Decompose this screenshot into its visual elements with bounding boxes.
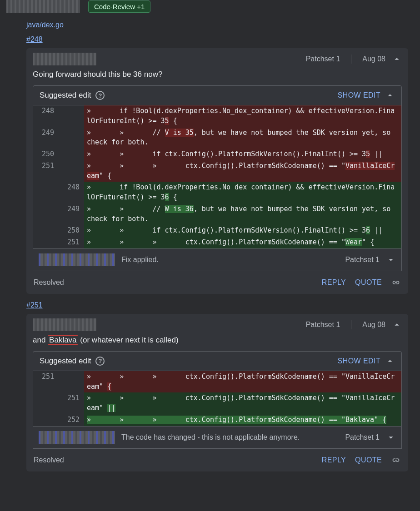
reply-button[interactable]: REPLY <box>322 278 346 287</box>
comment-thread: Patchset 1 Aug 08 and Baklava (or whatev… <box>26 314 408 471</box>
diff-view: 251» » » ctx.Config().PlatformSdkCodenam… <box>33 371 401 426</box>
diff-line-added: 251» » » ctx.Config().PlatformSdkCodenam… <box>33 392 401 414</box>
diff-view: 248» if !Bool(d.dexProperties.No_dex_con… <box>33 105 401 248</box>
diff-line-added: 252» » » ctx.Config().PlatformSdkCodenam… <box>33 414 401 426</box>
diff-line-removed: 251» » » ctx.Config().PlatformSdkCodenam… <box>33 160 401 182</box>
suggested-edit-title: Suggested edit <box>40 357 91 366</box>
replier-avatar <box>39 253 115 266</box>
reply-body: Fix applied. <box>121 256 159 264</box>
file-link[interactable]: java/dex.go <box>26 21 64 29</box>
collapse-icon[interactable] <box>392 320 402 330</box>
permalink-icon[interactable] <box>391 455 401 465</box>
suggested-edit-box: Suggested edit ? SHOW EDIT 251» » » ctx.… <box>33 351 402 427</box>
reply-body: The code has changed - this is not appli… <box>121 433 300 442</box>
line-anchor-248[interactable]: #248 <box>26 35 43 44</box>
comment-date: Aug 08 <box>362 321 385 329</box>
suggested-edit-title: Suggested edit <box>40 91 91 100</box>
diff-line-removed: 249» » // V is 35, but we have not bumpe… <box>33 127 401 149</box>
collapse-icon[interactable] <box>392 54 402 64</box>
patchset-label: Patchset 1 <box>345 256 380 264</box>
suggested-edit-box: Suggested edit ? SHOW EDIT 248» if !Bool… <box>33 85 402 249</box>
author-avatar <box>33 53 96 65</box>
replier-avatar <box>39 431 115 444</box>
comment-text-pre: and <box>33 336 48 344</box>
comment-body: and Baklava (or whatever next it is call… <box>26 334 408 351</box>
help-icon[interactable]: ? <box>95 357 105 366</box>
diff-line-removed: 251» » » ctx.Config().PlatformSdkCodenam… <box>33 371 401 393</box>
diff-line-removed: 248» if !Bool(d.dexProperties.No_dex_con… <box>33 105 401 127</box>
comment-date: Aug 08 <box>362 55 385 63</box>
author-avatar <box>33 318 96 331</box>
permalink-icon[interactable] <box>391 278 401 288</box>
quote-button[interactable]: QUOTE <box>355 456 382 464</box>
diff-line-added: 250» » if ctx.Config().PlatformSdkVersio… <box>33 225 401 237</box>
show-edit-button[interactable]: SHOW EDIT <box>338 357 380 365</box>
chevron-down-icon[interactable] <box>386 255 396 265</box>
patchset-label: Patchset 1 <box>345 433 380 442</box>
diff-line-added: 248» if !Bool(d.dexProperties.No_dex_con… <box>33 182 401 203</box>
diff-line-added: 251» » » ctx.Config().PlatformSdkCodenam… <box>33 237 401 248</box>
chevron-down-icon[interactable] <box>386 432 396 442</box>
review-score-badge: Code-Review +1 <box>88 0 150 13</box>
reviewer-avatar <box>6 0 80 13</box>
reply-row: Fix applied. Patchset 1 <box>33 249 402 271</box>
patchset-label: Patchset 1 <box>306 55 340 63</box>
spellcheck-word: Baklava <box>48 335 78 345</box>
resolved-label: Resolved <box>34 456 64 464</box>
show-edit-button[interactable]: SHOW EDIT <box>338 91 380 99</box>
help-icon[interactable]: ? <box>95 91 105 100</box>
comment-text-post: (or whatever next it is called) <box>78 336 179 344</box>
reply-button[interactable]: REPLY <box>322 456 346 464</box>
reply-row: The code has changed - this is not appli… <box>33 427 402 449</box>
diff-line-removed: 250» » if ctx.Config().PlatformSdkVersio… <box>33 149 401 160</box>
resolved-label: Resolved <box>34 278 64 287</box>
quote-button[interactable]: QUOTE <box>355 278 382 287</box>
chevron-up-icon[interactable] <box>385 90 395 100</box>
chevron-up-icon[interactable] <box>385 356 395 366</box>
patchset-label: Patchset 1 <box>306 321 340 329</box>
comment-body: Going forward should this be 36 now? <box>26 68 408 85</box>
comment-thread: Patchset 1 Aug 08 Going forward should t… <box>26 48 408 294</box>
line-anchor-251[interactable]: #251 <box>26 301 43 309</box>
diff-line-added: 249» » // W is 36, but we have not bumpe… <box>33 203 401 225</box>
